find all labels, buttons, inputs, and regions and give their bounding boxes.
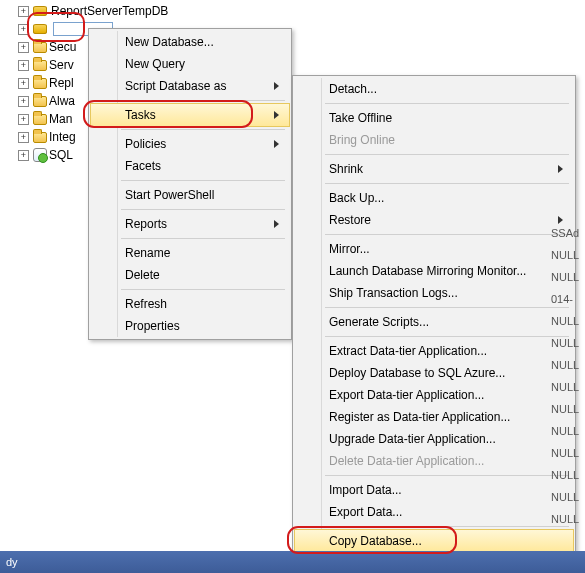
menu-separator	[121, 180, 285, 181]
database-icon	[33, 22, 49, 36]
grid-values-strip: SSAdNULLNULL014-NULLNULLNULLNULLNULLNULL…	[551, 222, 585, 530]
menu-item-label: Script Database as	[125, 79, 226, 93]
folder-icon	[33, 42, 47, 53]
menu-item-label: New Database...	[125, 35, 214, 49]
db-menu-item-properties[interactable]: Properties	[91, 315, 289, 337]
menu-separator	[121, 100, 285, 101]
tasks-menu-item-detach[interactable]: Detach...	[295, 78, 573, 100]
menu-item-label: Tasks	[125, 108, 156, 122]
grid-cell-fragment: NULL	[551, 332, 585, 354]
db-menu-item-script-database-as[interactable]: Script Database as	[91, 75, 289, 97]
tasks-menu-item-back-up[interactable]: Back Up...	[295, 187, 573, 209]
menu-item-label: Restore	[329, 213, 371, 227]
menu-item-label: Shrink	[329, 162, 363, 176]
menu-separator	[325, 103, 569, 104]
menu-item-label: Delete Data-tier Application...	[329, 454, 484, 468]
tasks-menu-item-launch-database-mirroring-monitor[interactable]: Launch Database Mirroring Monitor...	[295, 260, 573, 282]
grid-cell-fragment: NULL	[551, 376, 585, 398]
grid-cell-fragment: 014-	[551, 288, 585, 310]
menu-separator	[325, 336, 569, 337]
tasks-menu-item-register-as-data-tier-application[interactable]: Register as Data-tier Application...	[295, 406, 573, 428]
menu-separator	[325, 183, 569, 184]
db-menu-item-reports[interactable]: Reports	[91, 213, 289, 235]
db-menu-item-facets[interactable]: Facets	[91, 155, 289, 177]
db-menu-item-rename[interactable]: Rename	[91, 242, 289, 264]
tasks-menu-item-upgrade-data-tier-application[interactable]: Upgrade Data-tier Application...	[295, 428, 573, 450]
menu-item-label: Delete	[125, 268, 160, 282]
tasks-menu-item-export-data[interactable]: Export Data...	[295, 501, 573, 523]
menu-item-label: Upgrade Data-tier Application...	[329, 432, 496, 446]
tasks-menu-item-ship-transaction-logs[interactable]: Ship Transaction Logs...	[295, 282, 573, 304]
menu-separator	[121, 209, 285, 210]
folder-icon	[33, 132, 47, 143]
tasks-submenu: Detach...Take OfflineBring OnlineShrinkB…	[292, 75, 576, 573]
db-menu-item-new-query[interactable]: New Query	[91, 53, 289, 75]
tasks-menu-item-extract-data-tier-application[interactable]: Extract Data-tier Application...	[295, 340, 573, 362]
status-bar: dy	[0, 551, 585, 573]
grid-cell-fragment: NULL	[551, 508, 585, 530]
expander-icon[interactable]: +	[18, 114, 29, 125]
menu-item-label: Reports	[125, 217, 167, 231]
db-menu-item-new-database[interactable]: New Database...	[91, 31, 289, 53]
tree-item-label: SQL	[49, 146, 73, 164]
folder-icon	[33, 96, 47, 107]
menu-item-label: Import Data...	[329, 483, 402, 497]
menu-item-label: Back Up...	[329, 191, 384, 205]
menu-item-label: Policies	[125, 137, 166, 151]
menu-item-label: New Query	[125, 57, 185, 71]
tasks-menu-item-mirror[interactable]: Mirror...	[295, 238, 573, 260]
tree-item[interactable]: +ReportServerTempDB	[18, 2, 168, 20]
tasks-menu-item-shrink[interactable]: Shrink	[295, 158, 573, 180]
tasks-menu-item-deploy-database-to-sql-azure[interactable]: Deploy Database to SQL Azure...	[295, 362, 573, 384]
menu-item-label: Deploy Database to SQL Azure...	[329, 366, 505, 380]
expander-icon[interactable]: +	[18, 60, 29, 71]
grid-cell-fragment: NULL	[551, 442, 585, 464]
menu-item-label: Detach...	[329, 82, 377, 96]
db-menu-item-tasks[interactable]: Tasks	[91, 104, 289, 126]
expander-icon[interactable]: +	[18, 96, 29, 107]
database-icon	[33, 4, 49, 18]
tasks-menu-item-copy-database[interactable]: Copy Database...	[295, 530, 573, 552]
expander-icon[interactable]: +	[18, 6, 29, 17]
tree-item-label: Integ	[49, 128, 76, 146]
menu-separator	[325, 526, 569, 527]
menu-separator	[121, 238, 285, 239]
menu-separator	[325, 307, 569, 308]
menu-item-label: Take Offline	[329, 111, 392, 125]
grid-cell-fragment: NULL	[551, 354, 585, 376]
db-menu-item-delete[interactable]: Delete	[91, 264, 289, 286]
menu-item-label: Mirror...	[329, 242, 370, 256]
db-menu-item-refresh[interactable]: Refresh	[91, 293, 289, 315]
tasks-menu-item-bring-online: Bring Online	[295, 129, 573, 151]
expander-icon[interactable]: +	[18, 24, 29, 35]
expander-icon[interactable]: +	[18, 42, 29, 53]
grid-cell-fragment: NULL	[551, 266, 585, 288]
db-menu-item-policies[interactable]: Policies	[91, 133, 289, 155]
tasks-menu-item-export-data-tier-application[interactable]: Export Data-tier Application...	[295, 384, 573, 406]
menu-separator	[121, 129, 285, 130]
menu-item-label: Properties	[125, 319, 180, 333]
tree-item-label: Secu	[49, 38, 76, 56]
tree-item-label: Repl	[49, 74, 74, 92]
menu-item-label: Start PowerShell	[125, 188, 214, 202]
tasks-menu-item-restore[interactable]: Restore	[295, 209, 573, 231]
tasks-menu-item-generate-scripts[interactable]: Generate Scripts...	[295, 311, 573, 333]
menu-item-label: Export Data...	[329, 505, 402, 519]
tasks-menu-item-import-data[interactable]: Import Data...	[295, 479, 573, 501]
grid-cell-fragment: NULL	[551, 464, 585, 486]
database-context-menu: New Database...New QueryScript Database …	[88, 28, 292, 340]
grid-cell-fragment: NULL	[551, 398, 585, 420]
tree-item-label: Alwa	[49, 92, 75, 110]
expander-icon[interactable]: +	[18, 150, 29, 161]
sql-agent-icon	[33, 148, 47, 162]
tasks-menu-item-take-offline[interactable]: Take Offline	[295, 107, 573, 129]
expander-icon[interactable]: +	[18, 78, 29, 89]
folder-icon	[33, 78, 47, 89]
menu-separator	[121, 289, 285, 290]
expander-icon[interactable]: +	[18, 132, 29, 143]
db-menu-item-start-powershell[interactable]: Start PowerShell	[91, 184, 289, 206]
grid-cell-fragment: NULL	[551, 486, 585, 508]
menu-item-label: Rename	[125, 246, 170, 260]
menu-item-label: Refresh	[125, 297, 167, 311]
status-text: dy	[6, 556, 18, 568]
